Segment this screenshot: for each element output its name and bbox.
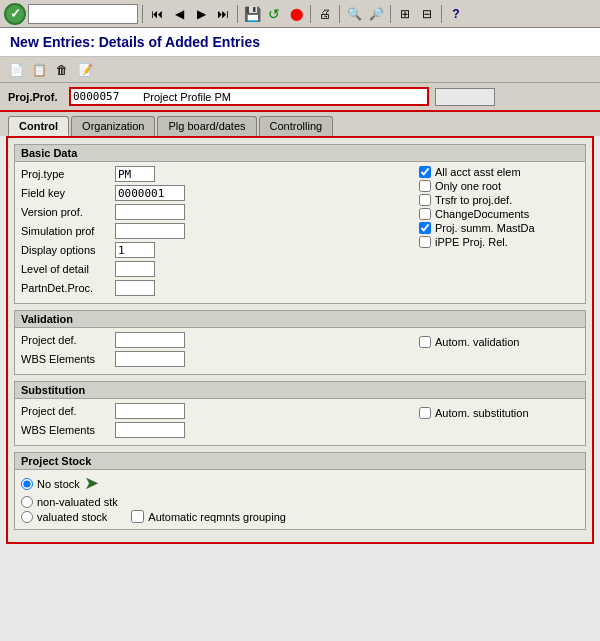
- valuated-stock-row: valuated stock Automatic reqmnts groupin…: [21, 510, 579, 523]
- basic-data-left: Proj.type Field key Version prof. Simula…: [21, 166, 413, 261]
- extra-field[interactable]: [435, 88, 495, 106]
- no-stock-label: No stock: [37, 478, 80, 490]
- copy-icon[interactable]: 📋: [29, 60, 49, 80]
- help-icon[interactable]: ?: [446, 4, 466, 24]
- simulation-prof-input[interactable]: [115, 223, 185, 239]
- non-valuated-row: non-valuated stk: [21, 496, 579, 508]
- valuated-stock-label: valuated stock: [37, 511, 107, 523]
- next-icon[interactable]: ▶: [191, 4, 211, 24]
- command-input[interactable]: [28, 4, 138, 24]
- find-next-icon[interactable]: 🔎: [366, 4, 386, 24]
- auto-reqmnts-checkbox[interactable]: [131, 510, 144, 523]
- substitution-left: Project def. WBS Elements: [21, 403, 413, 441]
- only-one-root-label: Only one root: [435, 180, 501, 192]
- sub-wbs-label: WBS Elements: [21, 424, 111, 436]
- val-wbs-input[interactable]: [115, 351, 185, 367]
- basic-data-two-col: Proj.type Field key Version prof. Simula…: [21, 166, 579, 261]
- page-header: New Entries: Details of Added Entries: [0, 28, 600, 57]
- val-wbs-row: WBS Elements: [21, 351, 413, 367]
- project-stock-section: Project Stock No stock non-valuated stk …: [14, 452, 586, 530]
- display-options-row: Display options: [21, 242, 413, 258]
- details-icon[interactable]: 📝: [75, 60, 95, 80]
- ippe-checkbox[interactable]: [419, 236, 431, 248]
- basic-data-header: Basic Data: [15, 145, 585, 162]
- tab-control[interactable]: Control: [8, 116, 69, 136]
- proj-type-input[interactable]: [115, 166, 155, 182]
- proj-prof-number[interactable]: [73, 90, 143, 103]
- val-wbs-label: WBS Elements: [21, 353, 111, 365]
- autom-substitution-label: Autom. substitution: [435, 407, 529, 419]
- validation-body: Project def. WBS Elements Autom. validat…: [15, 328, 585, 374]
- change-docs-row: ChangeDocuments: [419, 208, 579, 220]
- all-acct-row: All acct asst elem: [419, 166, 579, 178]
- separator-5: [390, 5, 391, 23]
- find-icon[interactable]: 🔍: [344, 4, 364, 24]
- val-proj-def-input[interactable]: [115, 332, 185, 348]
- proj-summ-label: Proj. summ. MastDa: [435, 222, 535, 234]
- check-icon[interactable]: ✓: [4, 3, 26, 25]
- non-valuated-label: non-valuated stk: [37, 496, 118, 508]
- new-entries-icon[interactable]: 📄: [6, 60, 26, 80]
- only-one-root-checkbox[interactable]: [419, 180, 431, 192]
- partn-det-input[interactable]: [115, 280, 155, 296]
- trsfr-checkbox[interactable]: [419, 194, 431, 206]
- first-icon[interactable]: ⏮: [147, 4, 167, 24]
- separator-2: [237, 5, 238, 23]
- level-detail-input[interactable]: [115, 261, 155, 277]
- auto-reqmnts-label: Automatic reqmnts grouping: [148, 511, 286, 523]
- no-stock-radio[interactable]: [21, 478, 33, 490]
- valuated-stock-radio[interactable]: [21, 511, 33, 523]
- val-proj-def-label: Project def.: [21, 334, 111, 346]
- autom-substitution-row: Autom. substitution: [419, 407, 579, 419]
- tab-organization[interactable]: Organization: [71, 116, 155, 136]
- separator-4: [339, 5, 340, 23]
- all-acct-checkbox[interactable]: [419, 166, 431, 178]
- trsfr-row: Trsfr to proj.def.: [419, 194, 579, 206]
- trsfr-label: Trsfr to proj.def.: [435, 194, 512, 206]
- simulation-prof-row: Simulation prof: [21, 223, 413, 239]
- val-proj-def-row: Project def.: [21, 332, 413, 348]
- sub-wbs-row: WBS Elements: [21, 422, 413, 438]
- validation-two-col: Project def. WBS Elements Autom. validat…: [21, 332, 579, 370]
- field-key-row: Field key: [21, 185, 413, 201]
- print-icon[interactable]: 🖨: [315, 4, 335, 24]
- basic-data-right: All acct asst elem Only one root Trsfr t…: [419, 166, 579, 261]
- top-toolbar: ✓ ⏮ ◀ ▶ ⏭ 💾 ↺ ⬤ 🖨 🔍 🔎 ⊞ ⊟ ?: [0, 0, 600, 28]
- substitution-section: Substitution Project def. WBS Elements: [14, 381, 586, 446]
- proj-prof-label: Proj.Prof.: [8, 91, 63, 103]
- substitution-two-col: Project def. WBS Elements Autom. substit…: [21, 403, 579, 441]
- level-detail-label: Level of detail: [21, 263, 111, 275]
- validation-header: Validation: [15, 311, 585, 328]
- field-key-input[interactable]: [115, 185, 185, 201]
- delete-icon[interactable]: 🗑: [52, 60, 72, 80]
- display-options-input[interactable]: [115, 242, 155, 258]
- collapse-icon[interactable]: ⊟: [417, 4, 437, 24]
- tab-controlling[interactable]: Controlling: [259, 116, 334, 136]
- proj-type-row: Proj.type: [21, 166, 413, 182]
- save-icon[interactable]: 💾: [242, 4, 262, 24]
- sub-wbs-input[interactable]: [115, 422, 185, 438]
- sub-proj-def-input[interactable]: [115, 403, 185, 419]
- basic-data-section: Basic Data Proj.type Field key Version p…: [14, 144, 586, 304]
- substitution-body: Project def. WBS Elements Autom. substit…: [15, 399, 585, 445]
- simulation-prof-label: Simulation prof: [21, 225, 111, 237]
- autom-validation-checkbox[interactable]: [419, 336, 431, 348]
- proj-summ-checkbox[interactable]: [419, 222, 431, 234]
- proj-prof-name[interactable]: [143, 91, 425, 103]
- project-stock-body: No stock non-valuated stk valuated stock…: [15, 470, 585, 529]
- expand-icon[interactable]: ⊞: [395, 4, 415, 24]
- substitution-header: Substitution: [15, 382, 585, 399]
- no-stock-row: No stock: [21, 474, 579, 494]
- last-icon[interactable]: ⏭: [213, 4, 233, 24]
- ippe-label: iPPE Proj. Rel.: [435, 236, 508, 248]
- prev-icon[interactable]: ◀: [169, 4, 189, 24]
- version-prof-input[interactable]: [115, 204, 185, 220]
- tab-plg-board[interactable]: Plg board/dates: [157, 116, 256, 136]
- change-docs-checkbox[interactable]: [419, 208, 431, 220]
- stop-icon[interactable]: ⬤: [286, 4, 306, 24]
- proj-summ-row: Proj. summ. MastDa: [419, 222, 579, 234]
- arrow-icon: [84, 474, 112, 494]
- autom-substitution-checkbox[interactable]: [419, 407, 431, 419]
- non-valuated-radio[interactable]: [21, 496, 33, 508]
- refresh-icon[interactable]: ↺: [264, 4, 284, 24]
